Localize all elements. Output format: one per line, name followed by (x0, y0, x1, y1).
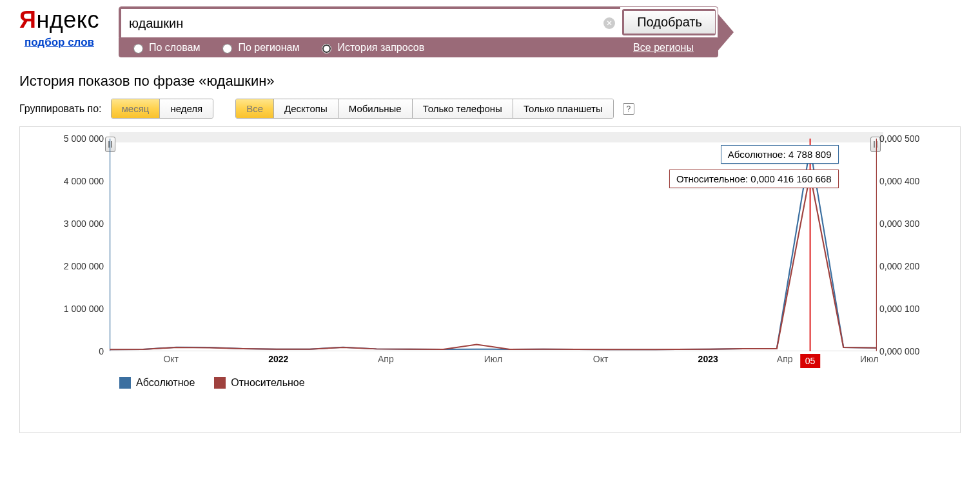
search-input[interactable] (126, 11, 603, 36)
tooltip-relative: Относительное: 0,000 416 160 668 (669, 170, 839, 188)
page-title: История показов по фразе «юдашкин» (19, 73, 961, 90)
x-axis-labels: Окт2022АпрИюлОкт2023АпрИюл (110, 354, 877, 369)
tab-history[interactable]: История запросов (318, 42, 424, 53)
wordstat-sublink[interactable]: подбор слов (24, 36, 94, 49)
logo-block: Яндекс подбор слов (19, 6, 99, 49)
tab-words[interactable]: По словам (130, 42, 200, 53)
device-tablets-button[interactable]: Только планшеты (513, 99, 613, 118)
help-icon[interactable]: ? (623, 103, 634, 115)
y-axis-right: 0,000 0000,000 1000,000 2000,000 3000,00… (877, 139, 932, 351)
tab-regions[interactable]: По регионам (219, 42, 299, 53)
device-phones-button[interactable]: Только телефоны (413, 99, 513, 118)
swatch-red-icon (214, 377, 226, 389)
legend-absolute[interactable]: Абсолютное (119, 377, 195, 389)
chart-legend: Абсолютное Относительное (119, 377, 945, 389)
legend-relative[interactable]: Относительное (214, 377, 304, 389)
clear-icon[interactable]: ✕ (603, 17, 615, 29)
tooltip-absolute: Абсолютное: 4 788 809 (721, 145, 839, 164)
group-week-button[interactable]: неделя (160, 99, 213, 118)
search-bar: ✕ Подобрать По словам По регионам Истори… (119, 6, 718, 57)
group-month-button[interactable]: месяц (112, 99, 161, 118)
group-by-segment: месяц неделя (111, 99, 214, 119)
device-all-button[interactable]: Все (236, 99, 274, 118)
device-segment: Все Десктопы Мобильные Только телефоны Т… (235, 99, 614, 119)
region-filter-link[interactable]: Все регионы (633, 42, 694, 53)
chart-container: 01 000 0002 000 0003 000 0004 000 0005 0… (19, 126, 961, 433)
arrow-decoration (718, 14, 734, 50)
swatch-blue-icon (119, 377, 131, 389)
group-by-label: Группировать по: (19, 103, 102, 115)
yandex-logo[interactable]: Яндекс (19, 6, 99, 34)
device-desktop-button[interactable]: Десктопы (274, 99, 338, 118)
chart-plot[interactable]: Абсолютное: 4 788 809 Относительное: 0,0… (110, 139, 877, 351)
y-axis-left: 01 000 0002 000 0003 000 0004 000 0005 0… (48, 139, 106, 351)
device-mobile-button[interactable]: Мобильные (338, 99, 413, 118)
submit-button[interactable]: Подобрать (622, 9, 716, 35)
